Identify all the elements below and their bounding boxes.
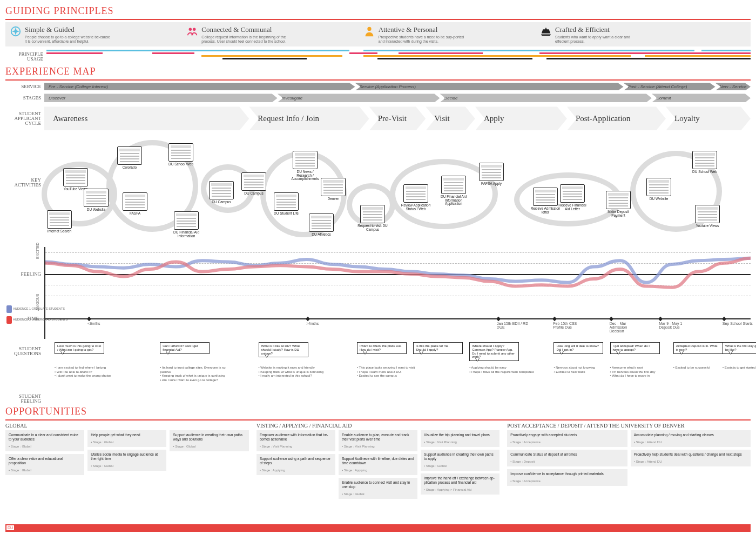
web-page-icon [123,192,147,211]
activity-label: FAFSA Apply [476,182,507,186]
opp-card: Support audience using a path and sequen… [256,454,335,475]
activity-node: DU Website [644,178,674,201]
activity-node: DU School Web [690,151,720,174]
web-page-icon [533,188,558,206]
activity-node: Review Application Status / Web [401,184,431,211]
student-feeling-text: • Applying should be easy• I hope I have… [469,366,539,374]
activity-label: Denver [318,197,348,201]
question-bubble: I want to check the place out. How do I … [357,342,407,353]
question-bubble: What is it like at DU? What should I stu… [259,342,308,357]
web-page-icon [321,178,346,196]
activity-label: DU News / Research / Accomplishments [290,170,320,181]
opp-card: Offer a clear value and educational prop… [5,454,84,475]
usage-bars [46,50,751,64]
opp-group: POST ACCEPTANCE / DEPOSIT / ATTEND THE U… [507,423,751,498]
key-activities-area: YouTube Views Internet Search DU Website… [44,135,751,243]
opp-card: Visualize the trip planning and travel p… [421,430,500,447]
compass-icon [10,25,22,37]
svg-point-1 [189,28,192,31]
activity-label: Review Application Status / Web [401,204,431,211]
principle-title: Attentive & Personal [379,25,465,34]
activity-label: DU Website [81,208,111,212]
activity-label: Internet Search [44,230,75,233]
activity-node: FAFSA Apply [476,163,507,186]
row-label-questions: STUDENT QUESTIONS [5,342,44,394]
activity-label: Colorado [114,166,145,170]
activity-node: DU Financial Aid Information Application [438,176,469,206]
question-bubble: Can I afford it? Can I get financial Aid… [160,342,210,353]
web-page-icon [309,213,334,232]
principle: Attentive & Personal Prospective student… [363,25,540,43]
web-page-icon [692,151,717,169]
principles-row: Simple & Guided People choose to go to a… [5,22,751,46]
person-icon [363,25,375,37]
opp-group-title: POST ACCEPTANCE / DEPOSIT / ATTEND THE U… [507,423,751,429]
opp-card: Communicate in a clear and consistent vo… [5,430,84,451]
web-page-icon [174,211,199,230]
phase: Pre-Visit [369,106,426,130]
activity-label: DU School Web [690,170,720,174]
student-feeling-text: • Its hard to trust college sites. Every… [160,366,230,382]
phase: Post-Application [567,106,666,130]
activity-label: DU Website [644,197,674,201]
activity-node: Recieve Admission letter [530,188,561,214]
web-page-icon [560,184,585,203]
student-feeling-text: • Website is making it easy and friendly… [259,366,329,378]
student-questions: How much is this going to cost / What am… [48,342,751,394]
activity-label: Recieve Financial Aid Letter [557,204,588,211]
row-label-sfeeling: STUDENT FEELING [5,394,44,404]
question-bubble: Is this the place for me. Should I apply… [413,342,463,353]
web-page-icon [646,178,671,196]
opportunities-title: OPPORTUNITIES [5,406,751,417]
opp-card: Improve the hand off / exchange between … [421,473,500,495]
phase: Commit [652,94,751,102]
activity-node: DU Website [81,189,111,212]
opp-group-title: VISTING / APPLYING / FINANCIAL AID [256,423,500,429]
timeline-label: Sep School Starts [723,322,755,325]
principle: Simple & Guided People choose to go to a… [10,25,186,43]
web-page-icon [360,205,385,223]
activity-node: DU Financial Aid Information [171,211,201,238]
guiding-title: GUIDING PRINCIPLES [5,5,751,17]
phase: Visit [426,106,475,130]
web-page-icon [606,191,631,209]
svg-point-2 [193,28,196,31]
ship-icon [540,25,552,37]
principle-text: People choose to go to a college website… [25,35,111,43]
stage-strip: DiscoverInvestigateDecideCommit [44,94,751,102]
axis-excited: EXCITED [36,243,39,259]
divider [5,419,751,420]
timeline-tick [722,317,726,321]
phase: Awareness [44,106,249,130]
student-feeling-text: • Ecstatic to get started [723,366,756,370]
activity-label: DU Financial Aid Information [171,231,201,238]
activity-node: DU School Web [166,143,196,166]
timeline-label: Mar 9 - May 1 Deposit Due [659,322,691,329]
timeline-tick [306,317,310,321]
opp-group: VISTING / APPLYING / FINANCIAL AID Empow… [256,423,500,498]
phase: Service (Application Process) [355,83,624,90]
activity-node: DU News / Research / Accomplishments [290,151,320,181]
activity-node: DU Athletics [306,213,336,237]
phase: Request Info / Join [249,106,369,130]
web-page-icon [293,151,318,169]
activity-label: DU Athletics [306,233,336,237]
principle: Connected & Communal College request inf… [186,25,363,43]
feeling-chart: EXCITED ANXIOUS AUDIENCE 1 GRADUATE STUD… [44,247,751,339]
row-label-cycle: STUDENT APPLICANT CYCLE [5,111,44,126]
timeline-label: Dec - Mar Admission Decision [610,322,642,333]
student-feeling-text: • Awesome what's next• I'm nervous about… [610,366,680,378]
timeline-label: Jan 15th EDII / RD DUE [497,322,529,329]
svg-point-3 [367,27,371,31]
footer-bar: DU [5,524,751,532]
web-page-icon [209,181,234,199]
activity-node: Denver [318,178,348,201]
principle-text: Students who want to apply want a clear … [555,35,642,43]
timeline-tick [658,317,663,321]
activity-node: DU Student Life [271,192,301,216]
service-strip: Pre - Service (College Interest)Service … [44,83,751,90]
activity-label: DU Campus [239,192,269,196]
opp-card: Accomodate planning / moving and startin… [631,430,751,447]
phase: Discover [44,94,278,102]
activity-label: DU Student Life [271,212,301,216]
